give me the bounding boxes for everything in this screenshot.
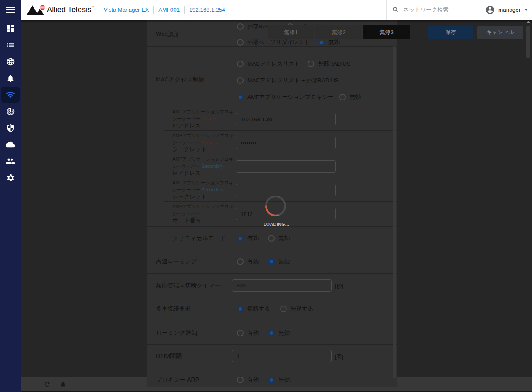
primary-tag: Primary (202, 140, 217, 145)
divider (147, 56, 397, 56)
mac-acl-option-external-radius[interactable]: 外部RADIUS (308, 60, 350, 68)
mac-acl-option-amf-proxy[interactable]: AMFアプリケーションプロキシー (237, 93, 333, 101)
hamburger-menu-button[interactable] (0, 0, 21, 20)
amf-proxy-label-line2: シーサーバー (172, 211, 200, 217)
web-auth-option-page-redirect[interactable]: 外部ページリダイレクト (237, 39, 310, 46)
scrollbar-thumb[interactable] (526, 26, 530, 58)
option-label: 外部ページリダイレクト (247, 39, 310, 46)
radio[interactable] (268, 235, 275, 242)
sidebar-item-network-map[interactable] (0, 53, 21, 70)
divider (147, 344, 397, 345)
search-input[interactable] (403, 7, 466, 13)
multi-connect-disconnect[interactable]: 切断する (237, 305, 270, 313)
left-sidebar (0, 0, 21, 392)
card-scrollbar-track[interactable] (393, 46, 396, 378)
tab-wireless1[interactable]: 無線1 (268, 25, 314, 39)
tab-wireless3[interactable]: 無線3 (363, 25, 410, 39)
radio[interactable] (339, 94, 346, 100)
sidebar-item-wireless[interactable] (0, 86, 21, 103)
fast-roaming-enabled[interactable]: 有効 (237, 258, 259, 265)
divider (164, 107, 397, 107)
option-label: 有効 (247, 235, 259, 242)
mac-acl-option-maclist[interactable]: MACアドレスリスト (237, 60, 300, 68)
proxy-arp-enabled[interactable]: 有効 (237, 376, 259, 384)
divider (147, 297, 397, 297)
option-label: 無視する (291, 305, 313, 313)
critical-mode-enabled[interactable]: 有効 (237, 235, 259, 242)
divider (147, 273, 397, 274)
save-button[interactable]: 保存 (428, 26, 473, 39)
divider (147, 368, 397, 368)
brand-name: Allied Telesis™ (47, 5, 94, 14)
mac-acl-option-disabled[interactable]: 無効 (339, 93, 361, 101)
cancel-button[interactable]: キャンセル (477, 26, 523, 39)
secondary-secret-input[interactable] (236, 184, 336, 196)
radio[interactable] (237, 77, 244, 84)
sidebar-item-asset-list[interactable] (0, 37, 21, 53)
dtim-input[interactable] (232, 350, 332, 362)
option-label: 無効 (278, 329, 290, 337)
option-label: AMFアプリケーションプロキシー (247, 93, 333, 101)
port-number-input[interactable] (236, 208, 336, 220)
sidebar-item-security[interactable] (0, 120, 21, 136)
breadcrumb-device-ip[interactable]: 192.168.1.254 (189, 7, 225, 13)
radio[interactable] (237, 258, 244, 265)
amf-proxy-label-line2: シーサーバー Primary (172, 140, 217, 146)
fast-roaming-disabled[interactable]: 無効 (268, 258, 290, 265)
radio[interactable] (237, 94, 244, 100)
breadcrumb-vista-manager[interactable]: Vista Manager EX (104, 7, 149, 13)
notification-bell-icon[interactable] (59, 381, 66, 388)
web-auth-option-disabled[interactable]: 無効 (318, 39, 340, 46)
option-label: 無効 (328, 39, 340, 46)
divider (147, 46, 397, 47)
radio[interactable] (237, 330, 244, 336)
tab-wireless2[interactable]: 無線2 (315, 25, 362, 39)
mac-acl-option-maclist-radius[interactable]: MACアドレスリスト + 外部RADIUS (237, 77, 339, 84)
sidebar-item-event-log[interactable] (0, 70, 21, 86)
radio[interactable] (237, 235, 244, 242)
radio[interactable] (268, 377, 275, 383)
radio[interactable] (237, 23, 244, 30)
roaming-notify-disabled[interactable]: 無効 (268, 329, 290, 337)
breadcrumb-area[interactable]: AMF001 (158, 7, 180, 13)
radio[interactable] (318, 39, 325, 46)
radio[interactable] (237, 39, 244, 46)
primary-tag: Primary (202, 116, 217, 121)
radio[interactable] (237, 61, 244, 67)
radio[interactable] (237, 377, 244, 383)
scrollbar-up-arrow[interactable] (526, 21, 530, 23)
sidebar-item-cloud[interactable] (0, 136, 21, 153)
radio[interactable] (268, 330, 275, 336)
sidebar-item-sd-wan[interactable] (0, 103, 21, 120)
amf-proxy-label-line3: シークレット* (172, 146, 209, 153)
idle-timer-input[interactable] (232, 279, 332, 292)
radio[interactable] (280, 306, 287, 312)
trademark: ™ (91, 5, 94, 8)
amf-proxy-label-line1: AMFアプリケーションプロキ (172, 156, 234, 162)
amf-proxy-label-line1: AMFアプリケーションプロキ (172, 109, 234, 115)
radio[interactable] (308, 61, 314, 67)
roaming-notify-enabled[interactable]: 有効 (237, 329, 259, 337)
sidebar-item-users[interactable] (0, 153, 21, 169)
critical-mode-disabled[interactable]: 無効 (268, 235, 290, 242)
top-header: Allied Telesis™ Vista Manager EX AMF001 … (21, 0, 532, 20)
user-menu[interactable]: manager (470, 0, 532, 20)
refresh-icon[interactable] (44, 381, 51, 388)
divider (164, 178, 397, 178)
primary-ip-input[interactable] (236, 113, 336, 125)
radio[interactable] (268, 258, 275, 265)
search-icon (392, 6, 399, 14)
primary-secret-input[interactable] (236, 137, 336, 149)
proxy-arp-label: プロキシー ARP (156, 376, 199, 384)
sidebar-item-dashboard[interactable] (0, 20, 21, 37)
amf-proxy-label-line2: シーサーバー Primary (172, 116, 217, 122)
radio[interactable] (237, 306, 244, 312)
amf-proxy-label-line2: シーサーバー Secondary (172, 187, 223, 193)
multi-connect-ignore[interactable]: 無視する (280, 305, 313, 313)
sidebar-item-settings[interactable] (0, 169, 21, 186)
divider (164, 201, 397, 202)
wireless-settings-card: Web認証 外部RADIUS クリックスルー 外部ページリダイレクト 無効 MA… (147, 20, 397, 387)
secondary-ip-input[interactable] (236, 160, 336, 173)
dtim-unit: [回] (335, 353, 343, 360)
proxy-arp-disabled[interactable]: 無効 (268, 376, 290, 384)
